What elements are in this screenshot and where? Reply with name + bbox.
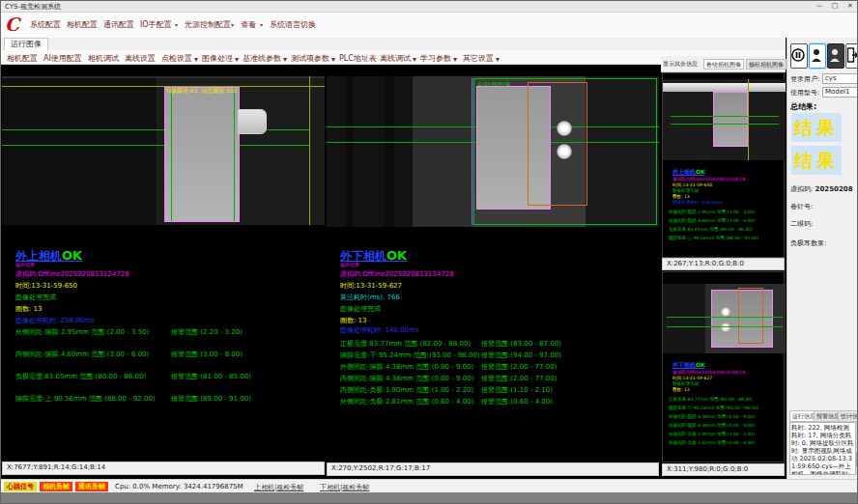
- thumb1-view[interactable]: 外上相机OK 虚拟码:Offline2025020813124728 时间:13…: [662, 72, 785, 258]
- camera1-time: 时间:13-31-59-650: [15, 281, 77, 291]
- thumb1-barcode: 虚拟码:Offline2025020813124728: [672, 177, 746, 182]
- measure-green-line: [667, 326, 783, 327]
- camera2-turns: 圈数: 13: [340, 316, 367, 325]
- camera-dropframe-badge: 相机丢帧: [40, 482, 72, 491]
- measurement-row: 内侧间距-隔膜:4.60mm 范围:(3.00 - 6.00): [15, 350, 149, 359]
- tool-image-process[interactable]: 图像处理: [202, 53, 233, 64]
- total-result-label: 总结果:: [790, 101, 816, 112]
- minimize-button[interactable]: —: [813, 1, 826, 11]
- measurement-row: 隔膜宽度-下:95.24mm 范围:(93.00 - 98.00): [340, 350, 480, 360]
- needle-no-label: 卷针号:: [790, 203, 813, 210]
- camera2-time: 时间:13-31-59-627: [340, 281, 402, 291]
- heartbeat-badge: 心跳信号: [4, 482, 37, 491]
- measurement-row: 正极宽度:83.77mm 范围:(82.00 - 88.00): [669, 397, 753, 402]
- menu-camera-config[interactable]: 相机配置: [67, 19, 98, 30]
- chevron-down-icon: ▾: [175, 21, 178, 28]
- thumb-tab-bar: 显示其余信息 卷绕相机图像 极组相机图像: [661, 56, 786, 72]
- tool-offline-debug[interactable]: 离线调试: [380, 53, 411, 64]
- tool-plc-address[interactable]: PLC地址表: [339, 53, 377, 64]
- thumb2-status-bar: X:311;Y:980;R:0;G:0;B:0: [662, 463, 785, 476]
- bright-spot: [721, 322, 730, 332]
- upper-camera-dropframe-link[interactable]: 上相机|视检丢帧: [254, 483, 303, 492]
- chevron-down-icon: ▾: [235, 55, 239, 64]
- camera2-barcode: 虚拟码:Offline2025020813134728: [340, 269, 454, 279]
- measurement-row: 正极宽度:83.77mm 范围:(82.00 - 88.00): [340, 339, 471, 349]
- edge-green-line: [171, 88, 172, 221]
- menu-comm-config[interactable]: 通讯配置: [103, 19, 134, 30]
- tool-other-settings[interactable]: 其它设置: [463, 53, 494, 64]
- measurement-row: 内侧间距-负极:1.90mm 范围:(1.00 - 2.20): [669, 432, 755, 436]
- camera1-subtitle: 输出结果: [15, 262, 35, 267]
- camera1-view[interactable]: N极阈值:93, 动态阈值:100 外上相机OK 输出结果 虚拟码:Offlin…: [2, 65, 325, 462]
- menu-language-switch[interactable]: 系统语言切换: [270, 19, 316, 30]
- bright-spot: [557, 144, 572, 159]
- menu-light-config[interactable]: 光源控制配置: [185, 19, 231, 30]
- tool-ai-use-config[interactable]: AI使用配置: [43, 53, 82, 64]
- camera1-elapsed: 图像处理耗时: 258.00ms: [15, 316, 95, 325]
- alarm-range: 报警范围:(89.00 - 91.00): [171, 394, 251, 404]
- close-button[interactable]: ✕: [844, 1, 857, 11]
- lower-camera-dropframe-link[interactable]: 下相机|视检丢帧: [320, 483, 369, 492]
- machine-edge: [2, 76, 325, 78]
- thumb2-view[interactable]: 外下相机OK 虚拟码:Offline2025020813134728 时间:13…: [662, 271, 785, 462]
- measurement-row: 负极宽度:83.05mm 范围:(80.00 - 86.00): [15, 372, 146, 381]
- model-field[interactable]: Model1: [822, 87, 858, 98]
- alarm-range: 报警范围:(81.00 - 85.00): [171, 372, 251, 381]
- tool-baseline-params[interactable]: 基准线参数: [243, 53, 281, 64]
- tool-camera-config[interactable]: 相机配置: [7, 53, 38, 64]
- thumb2-done: 图像处理完成: [672, 381, 699, 386]
- qr-code-label: 二维码:: [790, 220, 813, 228]
- baseline-yellow-line: [2, 86, 325, 87]
- tab-electrode-camera[interactable]: 极组相机图像: [746, 59, 786, 70]
- login-user-button[interactable]: [809, 43, 826, 69]
- alarm-range: 报警范围:(2.00 - 77.00): [481, 374, 557, 383]
- camera2-view[interactable]: AI处理图像 外下相机OK 输出结果 虚拟码:Offline2025020813…: [327, 65, 659, 462]
- tool-test-params[interactable]: 测试项参数: [291, 53, 329, 64]
- tool-camera-debug[interactable]: 相机调试: [88, 53, 119, 64]
- field-row: 虚拟码: 20250208: [790, 184, 853, 194]
- thumb2-ok-status: OK: [696, 361, 705, 368]
- chevron-down-icon: ▾: [453, 55, 457, 64]
- menu-view[interactable]: 查看: [241, 19, 256, 30]
- tool-spot-check[interactable]: 点检设置: [161, 53, 192, 64]
- app-window: CYS-视觉检测系统 — □ ✕ C 系统配置 相机配置 通讯配置 IO手配置 …: [0, 0, 858, 504]
- field-row: 二维码:: [790, 219, 813, 229]
- vertical-yellow-line: [309, 76, 310, 225]
- chevron-down-icon: ▾: [231, 21, 234, 28]
- measure-green-line: [671, 116, 779, 117]
- camera1-done: 图像处理完成: [15, 293, 56, 302]
- tool-offline-setting[interactable]: 离线设置: [125, 53, 156, 64]
- thumb2-barcode: 虚拟码:Offline2025020813134728: [672, 370, 746, 375]
- comm-dropframe-badge: 通讯丢帧: [75, 482, 108, 491]
- menu-system-config[interactable]: 系统配置: [30, 19, 61, 30]
- model-label: 使用型号:: [790, 88, 819, 98]
- maximize-button[interactable]: □: [828, 1, 842, 11]
- cpu-memory-readout: Cpu: 0.0% Memory: 3424.41796875M: [115, 483, 243, 490]
- tab-run-image[interactable]: 运行图像: [4, 38, 48, 50]
- machine-column: [385, 76, 394, 227]
- thumb1-time: 时间:13-31-59-650: [672, 182, 712, 187]
- bright-spot: [557, 121, 572, 136]
- machine-column: [346, 76, 354, 227]
- tab-winding-camera[interactable]: 卷绕相机图像: [703, 59, 744, 70]
- field-row: 负极耳数量:: [790, 238, 826, 248]
- alarm-range: 报警范围:(1.10 - 2.10): [481, 385, 553, 395]
- bright-spot: [721, 307, 730, 317]
- camera1-barcode: 虚拟码:Offline2025020813124728: [15, 269, 129, 279]
- orange-roi-box: [738, 288, 763, 344]
- measurement-row: 外侧间距-隔膜:4.38mm 范围:(0.00 - 9.00): [669, 414, 755, 419]
- exit-button[interactable]: [845, 43, 858, 69]
- operator-button[interactable]: [827, 43, 844, 69]
- alarm-range: 报警范围:(0.60 - 4.00): [481, 397, 553, 406]
- separator-block: [713, 92, 748, 147]
- sidebar: 登录用户: cys 使用型号: Model1 总结果: 结果 结果 虚拟码: 2…: [786, 38, 858, 479]
- menu-io-config[interactable]: IO手配置: [140, 19, 172, 30]
- pause-button[interactable]: [790, 43, 808, 69]
- thumb1-done: 图像处理完成: [672, 188, 699, 193]
- tab-stat-info[interactable]: 统计信息: [838, 410, 858, 422]
- login-user-field[interactable]: cys: [822, 73, 858, 84]
- show-others-checkbox[interactable]: 显示其余信息: [663, 60, 698, 69]
- tool-learn-params[interactable]: 学习参数: [420, 53, 451, 64]
- run-log-text[interactable]: 耗时: 222, 网络检测耗时: 17, 网络分类耗时: 0, 网络提取分区耗时…: [789, 422, 856, 475]
- camera2-done: 图像处理完成: [340, 304, 381, 314]
